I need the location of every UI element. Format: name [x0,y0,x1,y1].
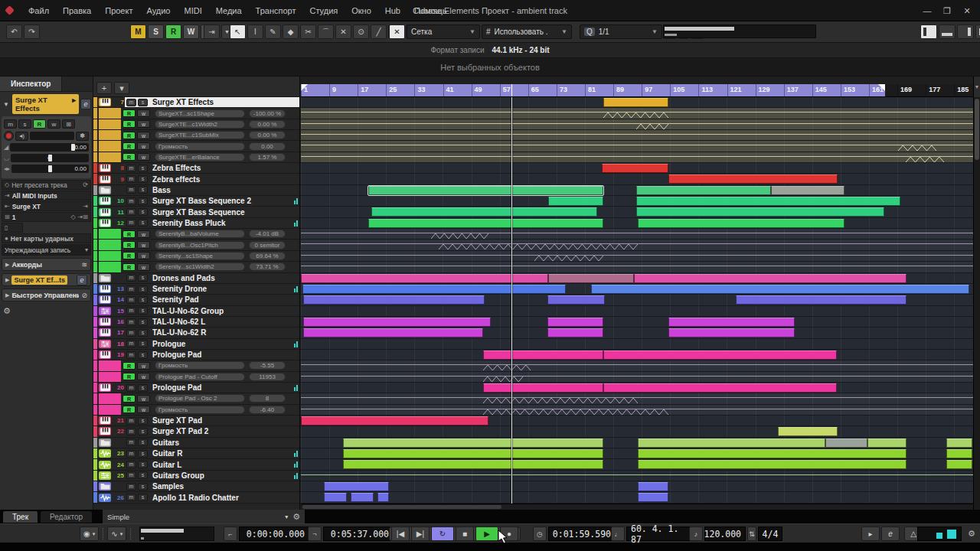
track-visibility-button[interactable]: ▾ [114,82,129,94]
track-lane[interactable] [301,174,973,184]
write-button[interactable]: w [137,153,150,161]
read-button[interactable]: R [122,263,136,271]
clip[interactable] [371,207,597,217]
read-button[interactable]: R [122,132,136,139]
track-name[interactable]: Serenity Bass Pluck [152,219,300,227]
track-lane[interactable] [301,438,973,448]
clip[interactable] [636,197,900,206]
menu-item-файл[interactable]: Файл [21,0,56,21]
volume-slider[interactable]: 0.00 [10,143,89,152]
track-name[interactable]: Surge XT Bass Sequence [152,208,300,217]
track-lane[interactable] [301,317,973,328]
automation-param[interactable]: SerenityB...Osc1Pitch [155,241,245,249]
track-row[interactable]: 16msTAL-U-No-62 L [93,317,300,328]
track-lane[interactable] [301,97,973,108]
track-row[interactable]: 22msSurge XT Pad 2 [93,426,300,437]
mute-button[interactable]: m [126,471,136,479]
clip[interactable] [636,186,771,195]
track-name[interactable]: Zebra Effects [152,164,300,172]
clip[interactable] [946,460,972,469]
ruler-options-dropdown[interactable]: ▼ [974,77,980,97]
freeze-button[interactable]: ✽ [76,132,89,141]
mute-button[interactable]: m [126,219,136,227]
write-button[interactable]: w [137,120,150,128]
automation-param[interactable]: SurgeXTE...c1SubMix [155,131,245,139]
play-button[interactable]: ▶ [475,527,498,541]
track-name[interactable]: Guitar L [152,461,300,469]
write-button[interactable]: w [137,109,150,117]
global-s-button[interactable]: S [148,24,164,39]
automation-lane[interactable] [301,393,973,404]
clip[interactable] [867,439,906,448]
zoom-tool[interactable]: ⊙ [353,24,369,39]
automation-row[interactable]: RwSerenity...sc1Shape69.64 % [93,251,300,262]
track-lane[interactable] [301,273,973,284]
track-lane[interactable] [301,295,973,305]
clip[interactable] [638,460,906,469]
track-row[interactable]: 10msSurge XT Bass Sequence 2 [93,196,300,207]
automation-lane[interactable] [301,108,973,119]
mute-button[interactable]: m [126,439,136,446]
write-button[interactable]: w [137,142,150,150]
track-lane[interactable] [301,328,973,338]
clip[interactable] [638,219,844,228]
channel-row[interactable]: ⊞1◇⇥⊞ [2,212,91,222]
glue-tool[interactable]: ⌒ [318,24,334,39]
bars-beats-value[interactable]: 60. 4. 1. 87 [626,527,692,541]
track-row[interactable]: 13msSerenity Drone [93,284,300,295]
goto-previous-marker-button[interactable]: |◀ [391,527,410,541]
solo-button[interactable]: s [138,186,148,194]
snap-type-dropdown[interactable]: Сетка▼ [407,24,480,39]
automation-row[interactable]: RwSurgeXTE...c1SubMix0.00 % [93,130,300,141]
lower-zone-button[interactable] [939,24,956,39]
timeline-ruler[interactable]: 1917253341495765738189971051131211291371… [301,84,973,97]
mute-button[interactable]: m [126,329,136,337]
clip[interactable] [343,460,603,469]
clip[interactable] [602,164,668,173]
track-lane[interactable] [301,306,973,317]
track-name[interactable]: TAL-U-No-62 Group [152,307,300,315]
automation-value[interactable]: -5.55 [249,361,286,370]
clip[interactable] [547,295,605,305]
track-name[interactable]: TAL-U-No-62 R [152,328,300,337]
write-button[interactable]: w [137,252,150,259]
clip[interactable] [634,274,906,283]
track-row[interactable]: 19msPrologue Pad [93,350,300,360]
draw-tool[interactable]: ✎ [265,24,281,39]
automation-lane[interactable] [301,152,973,163]
track-row[interactable]: 18msPrologue [93,339,300,350]
clip[interactable] [603,383,837,393]
chords-section[interactable]: ▶Аккорды≋ [2,258,91,271]
cycle-button[interactable]: ↻ [431,527,454,541]
right-locator-icon[interactable]: ¬ [308,527,322,541]
solo-button[interactable]: s [138,439,148,446]
mute-button[interactable]: m [126,175,136,183]
automation-lane[interactable] [301,240,973,250]
track-name[interactable]: Serenity Drone [152,285,300,293]
track-lane[interactable] [301,426,973,437]
clip[interactable] [303,318,491,327]
clip[interactable] [825,439,867,448]
clip[interactable] [638,449,906,458]
goto-next-marker-button[interactable]: ▶| [411,527,430,541]
track-lane[interactable] [301,383,973,393]
clip[interactable] [603,350,837,360]
snap-toggle-button[interactable]: ✕ [389,24,405,39]
track-name[interactable]: Prologue Pad [152,350,300,359]
read-button[interactable]: R [122,373,136,380]
add-track-button[interactable]: + [96,82,112,94]
time-format-icon[interactable]: ◷ [533,527,547,541]
automation-row[interactable]: RwPrologue Pad - Cutoff11953 [93,372,300,383]
clip[interactable] [324,482,389,491]
automation-lane[interactable] [301,251,973,262]
track-name[interactable]: Guitar R [152,449,300,458]
left-zone-button[interactable] [920,24,937,39]
track-name[interactable]: Drones and Pads [152,274,300,282]
output-open-icon[interactable]: ⇥ [83,203,88,210]
edit-channel-button[interactable]: e [80,99,91,109]
solo-button[interactable]: s [138,208,148,216]
automation-value[interactable]: 0 semitor [249,241,286,249]
clip[interactable] [548,274,634,283]
instrument-edit-button[interactable]: e [77,275,87,285]
track-name[interactable]: Prologue Pad [152,383,300,392]
